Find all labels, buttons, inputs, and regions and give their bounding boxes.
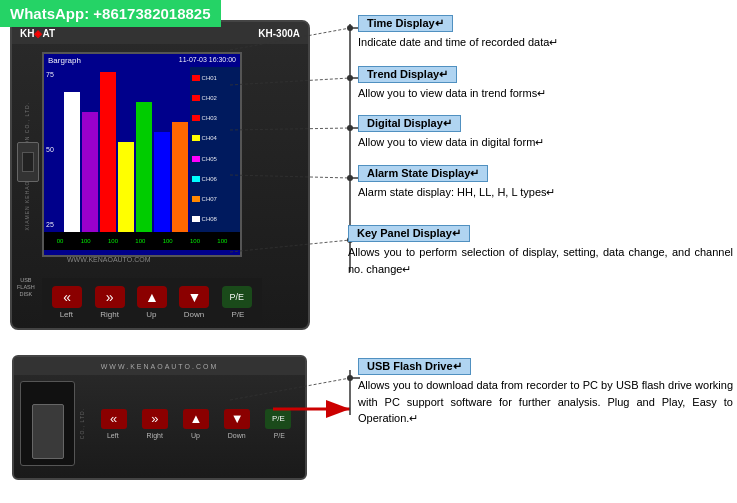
alarm-display-title: Alarm State Display↵: [358, 165, 488, 182]
website-text: WWW.KENAOAUTO.COM: [67, 256, 150, 263]
svg-point-5: [347, 75, 353, 81]
bottom-device-body: CO., LTD. « » ▲ ▼ P/E Left Right Up Down…: [14, 375, 305, 472]
time-display-text: Indicate date and time of recorded data↵: [358, 34, 733, 51]
red-arrow: [268, 400, 358, 418]
bar-7: [172, 122, 188, 232]
down-button[interactable]: ▼: [179, 286, 209, 308]
trend-display-annotation: Trend Display↵ Allow you to view data in…: [358, 66, 733, 102]
nav-row: « » ▲ ▼ P/E: [46, 286, 258, 308]
digital-display-title: Digital Display↵: [358, 115, 461, 132]
usb-drive-annotation: USB Flash Drive↵ Allows you to download …: [358, 358, 733, 427]
brand-logo: KH◈AT: [20, 28, 55, 39]
usb-slot: [17, 142, 39, 182]
alarm-display-annotation: Alarm State Display↵ Alarm state display…: [358, 165, 733, 201]
bottom-down-button[interactable]: ▼: [224, 409, 250, 429]
pe-button[interactable]: P/E: [222, 286, 252, 308]
alarm-display-text: Alarm state display: HH, LL, H, L types↵: [358, 184, 733, 201]
digital-display-text: Allow you to view data in digital form↵: [358, 134, 733, 151]
channel-3: CH03: [192, 115, 238, 121]
bottom-right-button[interactable]: »: [142, 409, 168, 429]
device-screen: Bargraph 11-07-03 16:30:00 75 50 25: [42, 52, 242, 257]
trend-display-title: Trend Display↵: [358, 66, 457, 83]
channel-2: CH02: [192, 95, 238, 101]
whatsapp-banner: WhatsApp: +8617382018825: [0, 0, 221, 27]
svg-point-14: [347, 375, 353, 381]
right-button[interactable]: »: [95, 286, 125, 308]
channel-5: CH05: [192, 156, 238, 162]
usb-label: USBFLASHDISK: [17, 277, 35, 298]
left-button[interactable]: «: [52, 286, 82, 308]
bar-2: [82, 112, 98, 232]
datetime-display: 11-07-03 16:30:00: [179, 56, 236, 65]
nav-labels: Left Right Up Down P/E: [46, 310, 258, 319]
channel-7: CH07: [192, 196, 238, 202]
bar-3: [100, 72, 116, 232]
scale: 75 50 25: [44, 67, 62, 232]
svg-point-9: [347, 175, 353, 181]
usb-stick: [32, 404, 64, 459]
channel-list: CH01 CH02 CH03 CH04 CH05 CH06 CH: [190, 67, 240, 232]
keypanel-display-text: Allows you to perform selection of displ…: [348, 244, 733, 277]
nav-buttons-area: « » ▲ ▼ P/E Left Right Up Down P/E: [42, 278, 262, 323]
time-display-annotation: Time Display↵ Indicate date and time of …: [358, 15, 733, 51]
svg-point-3: [347, 25, 353, 31]
bottom-device-topbar: WWW.KENAOAUTO.COM: [14, 357, 305, 375]
up-button[interactable]: ▲: [137, 286, 167, 308]
channel-4: CH04: [192, 135, 238, 141]
keypanel-display-title: Key Panel Display↵: [348, 225, 470, 242]
bar-5: [136, 102, 152, 232]
bargraph-title: Bargraph: [48, 56, 81, 65]
model-label: KH-300A: [258, 28, 300, 39]
usb-drive-title: USB Flash Drive↵: [358, 358, 471, 375]
screen-content: 75 50 25 CH01 CH02: [44, 67, 240, 232]
bottom-usb-area: [20, 381, 75, 466]
bargraph-area: [62, 67, 190, 232]
channel-6: CH06: [192, 176, 238, 182]
screen-bottom: 00 100 100 100 100 100 100: [44, 232, 240, 250]
digital-display-annotation: Digital Display↵ Allow you to view data …: [358, 115, 733, 151]
bar-6: [154, 132, 170, 232]
svg-point-7: [347, 125, 353, 131]
time-display-title: Time Display↵: [358, 15, 453, 32]
channel-1: CH01: [192, 75, 238, 81]
bottom-left-button[interactable]: «: [101, 409, 127, 429]
keypanel-display-annotation: Key Panel Display↵ Allows you to perform…: [348, 225, 733, 277]
bottom-up-button[interactable]: ▲: [183, 409, 209, 429]
bar-4: [118, 142, 134, 232]
screen-header: Bargraph 11-07-03 16:30:00: [44, 54, 240, 67]
bar-1: [64, 92, 80, 232]
trend-display-text: Allow you to view data in trend forms↵: [358, 85, 733, 102]
usb-drive-text: Allows you to download data from recorde…: [358, 377, 733, 427]
bottom-device: WWW.KENAOAUTO.COM CO., LTD. « » ▲ ▼ P/E …: [12, 355, 307, 480]
recorder-device: KH◈AT KH-300A XIAMEN KEHAO AUTOMATION CO…: [10, 20, 310, 330]
bottom-nav-labels: Left Right Up Down P/E: [93, 432, 299, 439]
bottom-side-text: CO., LTD.: [79, 408, 85, 439]
channel-8: CH08: [192, 216, 238, 222]
